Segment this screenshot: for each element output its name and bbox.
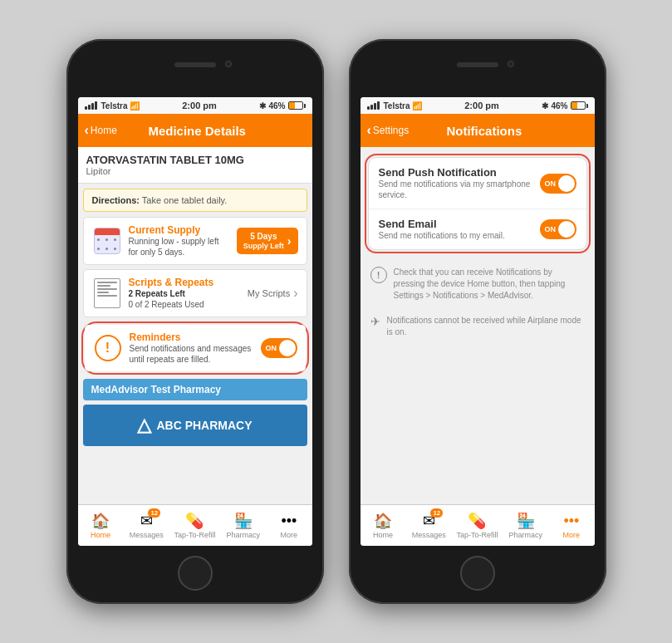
time-label-2: 2:00 pm (464, 101, 499, 110)
reminders-card[interactable]: ! Reminders Send notifications and messa… (85, 325, 306, 371)
calendar-icon (92, 226, 122, 256)
tab-pharmacy[interactable]: 🏪 Pharmacy (225, 512, 262, 539)
info-text-1: Check that you can receive Notifications… (394, 267, 585, 302)
nav-title-2: Notifications (414, 124, 554, 138)
current-supply-info: Current Supply Running low - supply left… (129, 224, 230, 258)
badge-line1: 5 Days (243, 232, 284, 242)
scripts-card[interactable]: Scripts & Repeats 2 Repeats Left 0 of 2 … (83, 269, 307, 317)
tab2-pharmacy-label: Pharmacy (508, 531, 542, 539)
reminders-toggle[interactable]: ON (261, 338, 297, 358)
push-notif-toggle[interactable]: ON (540, 174, 576, 194)
tab2-more[interactable]: ••• More (553, 512, 590, 539)
email-toggle-label: ON (545, 225, 557, 233)
back-chevron-icon-2: ‹ (367, 123, 371, 138)
email-notif-toggle[interactable]: ON (540, 219, 576, 239)
push-notification-row: Send Push Notification Send me notificat… (369, 158, 586, 209)
medicine-brand: Lipitor (86, 166, 304, 176)
phone2-camera (508, 61, 514, 67)
email-toggle-knob (558, 221, 575, 238)
battery-label: 46% (268, 101, 285, 110)
info-section-1: ! Check that you can receive Notificatio… (361, 260, 595, 308)
phone2-screen: Telstra 📶 2:00 pm ✱ 46% ‹ Settings Notif… (361, 97, 595, 546)
pharmacy-logo: △ ABC PHARMACY (83, 405, 307, 446)
wifi-icon-2: 📶 (412, 101, 422, 110)
tab-bar: 🏠 Home ✉ 12 Messages 💊 Tap-To-Refill 🏪 P… (78, 504, 312, 546)
tab-bar-2: 🏠 Home ✉ 12 Messages 💊 Tap-To-Refill 🏪 P… (361, 504, 595, 546)
badge-line2: Supply Left (243, 242, 284, 251)
more-icon: ••• (280, 512, 298, 530)
bluetooth-icon: ✱ (259, 101, 266, 110)
pharmacy-name: MedAdvisor Test Pharmacy (91, 384, 299, 395)
back-button-2[interactable]: ‹ Settings (367, 123, 410, 138)
status-bar-2: Telstra 📶 2:00 pm ✱ 46% (361, 97, 595, 114)
home-icon: 🏠 (91, 512, 110, 530)
status-bar: Telstra 📶 2:00 pm ✱ 46% (78, 97, 312, 114)
tab2-home-label: Home (373, 531, 393, 539)
tab-home[interactable]: 🏠 Home (82, 512, 119, 539)
info-section-2: ✈ Notifications cannot be received while… (361, 308, 595, 345)
nav-bar: ‹ Home Medicine Details (78, 114, 312, 147)
carrier-label: Telstra (101, 101, 128, 110)
tab-refill-label: Tap-To-Refill (174, 531, 215, 539)
tab2-refill[interactable]: 💊 Tap-To-Refill (456, 512, 498, 539)
scripts-arrow-icon: › (293, 286, 297, 301)
scripts-repeats: 2 Repeats Left (129, 288, 241, 299)
medicine-name: ATORVASTATIN TABLET 10MG (86, 154, 304, 166)
phone1: Telstra 📶 2:00 pm ✱ 46% ‹ Home Medicine … (66, 39, 324, 604)
current-supply-title: Current Supply (129, 224, 230, 236)
nav-title: Medicine Details (122, 124, 272, 138)
tab2-pharmacy[interactable]: 🏪 Pharmacy (508, 512, 544, 539)
my-scripts-label: My Scripts (248, 288, 290, 298)
phone2-speaker (457, 62, 498, 67)
pharmacy-banner: MedAdvisor Test Pharmacy (83, 379, 307, 400)
medicine-header: 10 ATV ATORVASTATIN TABLET 10MG Lipitor (78, 147, 312, 184)
directions-text: Take one tablet daily. (142, 195, 228, 205)
script-icon (92, 278, 122, 308)
tab-home-label: Home (91, 531, 110, 539)
tab-more-label: More (281, 531, 298, 539)
supply-badge[interactable]: 5 Days Supply Left › (237, 228, 298, 255)
back-chevron-icon: ‹ (85, 123, 89, 138)
current-supply-desc: Running low - supply left for only 5 day… (129, 236, 230, 258)
reminders-title: Reminders (130, 331, 254, 343)
tab-pharmacy-label: Pharmacy (226, 531, 260, 539)
nav-bar-2: ‹ Settings Notifications (361, 114, 595, 147)
push-notif-desc: Send me notifications via my smartphone … (379, 179, 533, 200)
email-notif-desc: Send me notifications to my email. (379, 230, 533, 241)
toggle-on-label: ON (266, 344, 277, 352)
tab-messages[interactable]: ✉ 12 Messages (128, 512, 164, 539)
reminders-oval: ! Reminders Send notifications and messa… (81, 322, 309, 375)
tab-messages-label: Messages (130, 531, 164, 539)
pharmacy-icon: 🏪 (234, 512, 253, 530)
tab2-home[interactable]: 🏠 Home (365, 512, 401, 539)
notifications-oval: Send Push Notification Send me notificat… (365, 154, 591, 253)
tab2-more-label: More (563, 531, 581, 539)
tab2-messages[interactable]: ✉ 12 Messages (410, 512, 447, 539)
my-scripts-button[interactable]: My Scripts › (248, 286, 298, 301)
carrier-label-2: Telstra (384, 101, 410, 110)
pharmacy-icon-2: 🏪 (517, 512, 535, 530)
reminders-info: Reminders Send notifications and message… (130, 331, 254, 365)
phone1-camera (225, 61, 232, 67)
signal-icon (85, 101, 97, 110)
home-icon-2: 🏠 (374, 512, 392, 530)
phone2-home-button[interactable] (460, 556, 495, 591)
reminder-alert-icon: ! (93, 333, 123, 363)
toggle-knob (279, 340, 296, 356)
push-notif-title: Send Push Notification (379, 166, 533, 179)
pharmacy-logo-text: ABC PHARMACY (156, 419, 252, 432)
tab-tap-to-refill[interactable]: 💊 Tap-To-Refill (174, 512, 215, 539)
bluetooth-icon-2: ✱ (542, 101, 548, 110)
messages-badge: 12 (148, 508, 160, 518)
phone1-home-button[interactable] (178, 556, 213, 591)
current-supply-card[interactable]: Current Supply Running low - supply left… (83, 217, 307, 265)
notifications-card: Send Push Notification Send me notificat… (368, 157, 587, 250)
back-button[interactable]: ‹ Home (85, 123, 117, 138)
tab2-messages-label: Messages (412, 531, 446, 539)
info-icon-1: ! (370, 267, 387, 283)
phone1-screen: Telstra 📶 2:00 pm ✱ 46% ‹ Home Medicine … (78, 97, 312, 546)
tab-more[interactable]: ••• More (271, 512, 307, 539)
back-label: Home (91, 125, 117, 136)
battery-icon (288, 101, 306, 110)
phone2: Telstra 📶 2:00 pm ✱ 46% ‹ Settings Notif… (349, 39, 606, 604)
